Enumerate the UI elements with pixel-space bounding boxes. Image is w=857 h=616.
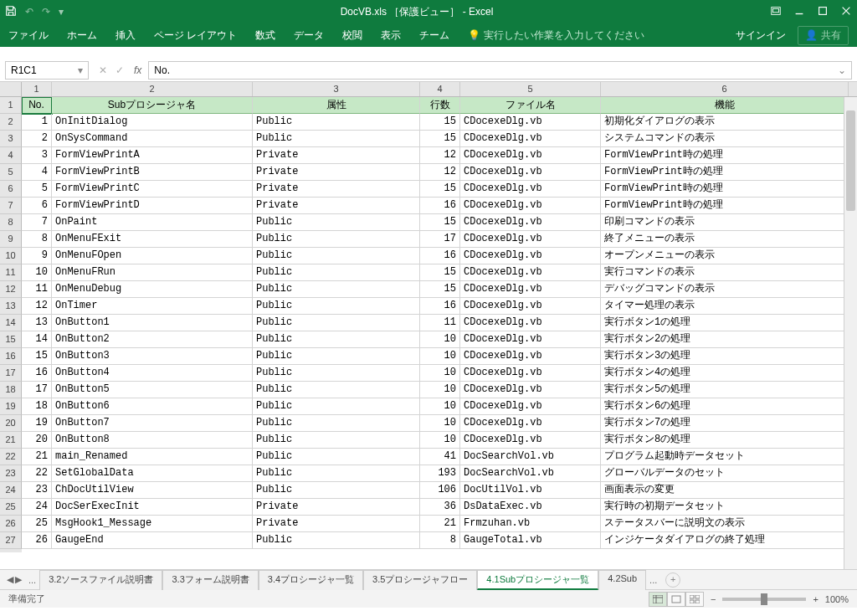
row-header[interactable]: 27 (0, 532, 22, 549)
table-header-cell[interactable]: 行数 (420, 97, 460, 114)
table-cell[interactable]: 10 (420, 365, 460, 382)
minimize-icon[interactable] (793, 5, 805, 19)
tab-team[interactable]: チーム (419, 28, 449, 43)
table-header-cell[interactable]: No. (22, 97, 52, 114)
cancel-icon[interactable]: ✕ (99, 64, 107, 76)
tab-data[interactable]: データ (294, 28, 324, 43)
table-cell[interactable]: SetGlobalData (52, 465, 253, 482)
row-header[interactable]: 16 (0, 348, 22, 365)
table-cell[interactable]: DocSearchVol.vb (460, 465, 601, 482)
table-cell[interactable]: DocSerExecInit (52, 499, 253, 516)
zoom-out-button[interactable]: − (711, 594, 716, 604)
table-cell[interactable]: CDocexeDlg.vb (460, 398, 601, 415)
sheet-tab[interactable]: 4.1Subプロシージャ一覧 (477, 570, 598, 590)
table-header-cell[interactable]: 機能 (601, 97, 849, 114)
table-cell[interactable]: 初期化ダイアログの表示 (601, 114, 849, 131)
column-header[interactable]: 4 (420, 82, 460, 96)
row-header[interactable]: 14 (0, 315, 22, 331)
table-cell[interactable]: 実行ボタン1の処理 (601, 315, 849, 331)
row-header[interactable]: 10 (0, 248, 22, 264)
table-cell[interactable]: 3 (22, 147, 52, 164)
table-cell[interactable]: DocUtilVol.vb (460, 482, 601, 499)
qat-dropdown-icon[interactable]: ▾ (59, 6, 64, 18)
row-header[interactable]: 23 (0, 465, 22, 482)
table-cell[interactable]: 16 (420, 248, 460, 264)
table-cell[interactable]: CDocexeDlg.vb (460, 214, 601, 231)
table-cell[interactable]: DocSearchVol.vb (460, 449, 601, 465)
ribbon-options-icon[interactable] (770, 5, 782, 19)
table-cell[interactable]: OnButton4 (52, 365, 253, 382)
table-cell[interactable]: MsgHook1_Message (52, 516, 253, 532)
zoom-in-button[interactable]: + (813, 594, 818, 604)
share-button[interactable]: 👤共有 (798, 26, 849, 45)
table-cell[interactable]: 実行ボタン8の処理 (601, 432, 849, 449)
table-cell[interactable]: 19 (22, 415, 52, 432)
table-cell[interactable]: CDocexeDlg.vb (460, 331, 601, 348)
table-cell[interactable]: 実行ボタン7の処理 (601, 415, 849, 432)
sheet-tab[interactable]: 4.2Sub (598, 570, 646, 590)
table-cell[interactable]: CDocexeDlg.vb (460, 348, 601, 365)
table-cell[interactable]: Public (253, 532, 420, 549)
table-cell[interactable]: FormViewPrint時の処理 (601, 198, 849, 214)
table-cell[interactable]: 12 (420, 147, 460, 164)
table-cell[interactable]: Public (253, 231, 420, 248)
row-header[interactable]: 18 (0, 382, 22, 398)
table-cell[interactable]: Public (253, 348, 420, 365)
table-cell[interactable]: 10 (22, 264, 52, 281)
table-cell[interactable]: Private (253, 164, 420, 181)
maximize-icon[interactable] (817, 5, 829, 19)
row-header[interactable]: 25 (0, 499, 22, 516)
table-cell[interactable]: 15 (420, 214, 460, 231)
table-cell[interactable]: オープンメニューの表示 (601, 248, 849, 264)
table-cell[interactable]: CDocexeDlg.vb (460, 131, 601, 147)
tab-insert[interactable]: 挿入 (115, 28, 136, 43)
table-cell[interactable]: Public (253, 214, 420, 231)
formula-input[interactable]: No. ⌄ (148, 61, 852, 80)
row-header[interactable]: 12 (0, 281, 22, 298)
table-cell[interactable]: FormViewPrint時の処理 (601, 181, 849, 198)
table-cell[interactable]: CDocexeDlg.vb (460, 281, 601, 298)
table-cell[interactable]: Private (253, 181, 420, 198)
table-cell[interactable]: CDocexeDlg.vb (460, 181, 601, 198)
table-cell[interactable]: 8 (420, 532, 460, 549)
table-cell[interactable]: 15 (420, 264, 460, 281)
table-cell[interactable]: OnPaint (52, 214, 253, 231)
table-cell[interactable]: 15 (420, 114, 460, 131)
view-page-layout-button[interactable] (667, 592, 685, 607)
vertical-scrollbar[interactable] (844, 97, 857, 569)
table-cell[interactable]: 16 (22, 365, 52, 382)
column-header[interactable]: 5 (460, 82, 601, 96)
table-cell[interactable]: OnButton8 (52, 432, 253, 449)
table-cell[interactable]: DsDataExec.vb (460, 499, 601, 516)
table-cell[interactable]: 6 (22, 198, 52, 214)
table-cell[interactable]: 41 (420, 449, 460, 465)
zoom-level[interactable]: 100% (825, 594, 849, 604)
table-cell[interactable]: 15 (420, 181, 460, 198)
sheet-tab[interactable]: 3.3フォーム説明書 (162, 570, 258, 590)
row-header[interactable]: 4 (0, 147, 22, 164)
view-normal-button[interactable] (649, 592, 667, 607)
table-cell[interactable]: Private (253, 198, 420, 214)
table-cell[interactable]: 18 (22, 398, 52, 415)
redo-icon[interactable]: ↷ (42, 6, 50, 18)
row-header[interactable]: 11 (0, 264, 22, 281)
close-icon[interactable] (840, 5, 852, 19)
table-cell[interactable]: 12 (22, 298, 52, 315)
table-cell[interactable]: 20 (22, 432, 52, 449)
column-header[interactable]: 1 (22, 82, 52, 96)
table-cell[interactable]: OnTimer (52, 298, 253, 315)
table-cell[interactable]: Public (253, 398, 420, 415)
table-cell[interactable]: Public (253, 365, 420, 382)
table-cell[interactable]: 実行ボタン6の処理 (601, 398, 849, 415)
table-cell[interactable]: 17 (420, 231, 460, 248)
row-header[interactable]: 1 (0, 97, 22, 114)
table-cell[interactable]: FormViewPrint時の処理 (601, 164, 849, 181)
table-header-cell[interactable]: 属性 (253, 97, 420, 114)
table-cell[interactable]: 実行ボタン3の処理 (601, 348, 849, 365)
table-cell[interactable]: 15 (22, 348, 52, 365)
row-header[interactable]: 17 (0, 365, 22, 382)
tab-nav-next-icon[interactable]: ▶ (15, 574, 22, 585)
table-cell[interactable]: FormViewPrint時の処理 (601, 147, 849, 164)
table-cell[interactable]: 11 (420, 315, 460, 331)
table-cell[interactable]: GaugeEnd (52, 532, 253, 549)
